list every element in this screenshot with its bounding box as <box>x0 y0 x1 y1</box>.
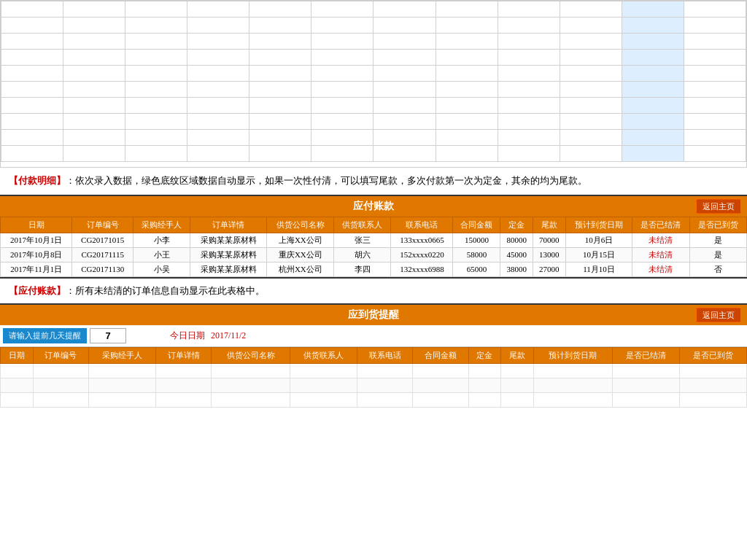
col-balance: 尾款 <box>533 217 565 233</box>
input-days-label: 请输入提前几天提醒 <box>3 328 87 343</box>
arr-col-date: 日期 <box>1 347 34 363</box>
payment-table-header: 应付账款 返回主页 <box>0 196 747 217</box>
col-deposit: 定金 <box>500 217 533 233</box>
arr-col-amount: 合同金额 <box>413 347 468 363</box>
table-row <box>1 130 746 146</box>
table-row <box>1 378 747 392</box>
arrival-header: 应到货提醒 返回主页 <box>0 305 747 325</box>
table-row <box>1 34 746 50</box>
arr-col-settled: 是否已结清 <box>612 347 679 363</box>
table-row: 2017年11月1日CG20171130小吴采购某某原材料杭州XX公司李四132… <box>1 262 747 276</box>
col-supplier: 供货公司名称 <box>267 217 334 233</box>
receivable-bracket: 【应付账款】 <box>9 285 66 296</box>
table-row: 2017年10月8日CG20171115小王采购某某原材料重庆XX公司胡六152… <box>1 247 747 262</box>
col-date: 日期 <box>1 217 72 233</box>
col-detail: 订单详情 <box>190 217 267 233</box>
col-delivered: 是否已到货 <box>689 217 746 233</box>
arr-col-supplier: 供货公司名称 <box>212 347 290 363</box>
table-row: 2017年10月1日CG20171015小李采购某某原材料上海XX公司张三133… <box>1 233 747 247</box>
payment-return-button[interactable]: 返回主页 <box>696 198 741 214</box>
arrival-return-button[interactable]: 返回主页 <box>696 307 741 322</box>
payment-desc-text: ：依次录入数据，绿色底纹区域数据自动显示，如果一次性付清，可以填写尾款，多次付款… <box>66 175 587 186</box>
arr-col-delivered: 是否已到货 <box>679 347 746 363</box>
payment-table-title: 应付账款 <box>353 200 394 213</box>
spreadsheet-top <box>0 0 747 168</box>
arr-col-buyer: 采购经手人 <box>88 347 155 363</box>
arr-col-balance: 尾款 <box>501 347 534 363</box>
arrival-data-table: 日期 订单编号 采购经手人 订单详情 供货公司名称 供货联系人 联系电话 合同金… <box>0 347 747 408</box>
arr-col-detail: 订单详情 <box>155 347 211 363</box>
today-date: 2017/11/2 <box>211 330 246 341</box>
table-row <box>1 18 746 34</box>
arrival-input-row: 请输入提前几天提醒 今日日期 2017/11/2 <box>0 325 747 347</box>
payment-data-table: 日期 订单编号 采购经手人 订单详情 供货公司名称 供货联系人 联系电话 合同金… <box>0 217 747 277</box>
arr-col-deposit: 定金 <box>468 347 501 363</box>
arrival-header-row: 日期 订单编号 采购经手人 订单详情 供货公司名称 供货联系人 联系电话 合同金… <box>1 347 747 363</box>
table-row <box>1 66 746 82</box>
payment-table-header-row: 日期 订单编号 采购经手人 订单详情 供货公司名称 供货联系人 联系电话 合同金… <box>1 217 747 233</box>
table-row <box>1 50 746 66</box>
arr-col-contact: 供货联系人 <box>290 347 357 363</box>
input-days-field[interactable] <box>90 328 126 343</box>
table-row <box>1 114 746 130</box>
table-row <box>1 82 746 98</box>
col-order-no: 订单编号 <box>72 217 133 233</box>
table-row <box>1 363 747 378</box>
payment-description: 【付款明细】：依次录入数据，绿色底纹区域数据自动显示，如果一次性付清，可以填写尾… <box>0 168 747 196</box>
main-container: 【付款明细】：依次录入数据，绿色底纹区域数据自动显示，如果一次性付清，可以填写尾… <box>0 0 747 560</box>
arrival-section: 应到货提醒 返回主页 请输入提前几天提醒 今日日期 2017/11/2 日期 订… <box>0 305 747 560</box>
arrival-title: 应到货提醒 <box>348 308 399 322</box>
table-row <box>1 98 746 114</box>
arr-col-phone: 联系电话 <box>357 347 413 363</box>
payment-table-section: 应付账款 返回主页 日期 订单编号 采购经手人 订单详情 供货公司名称 供货联系… <box>0 196 747 277</box>
col-amount: 合同金额 <box>453 217 500 233</box>
col-phone: 联系电话 <box>391 217 453 233</box>
top-table <box>1 1 746 162</box>
payment-bracket: 【付款明细】 <box>9 175 66 186</box>
today-label: 今日日期 <box>170 330 205 342</box>
col-contact: 供货联系人 <box>334 217 391 233</box>
table-row <box>1 392 747 407</box>
col-delivery: 预计到货日期 <box>565 217 632 233</box>
receivable-description: 【应付账款】：所有未结清的订单信息自动显示在此表格中。 <box>0 277 747 305</box>
col-buyer: 采购经手人 <box>133 217 190 233</box>
col-settled: 是否已结清 <box>632 217 689 233</box>
table-row <box>1 1 746 18</box>
arr-col-order-no: 订单编号 <box>33 347 88 363</box>
table-row <box>1 146 746 162</box>
receivable-desc-text: ：所有未结清的订单信息自动显示在此表格中。 <box>66 285 265 296</box>
arr-col-delivery: 预计到货日期 <box>533 347 612 363</box>
